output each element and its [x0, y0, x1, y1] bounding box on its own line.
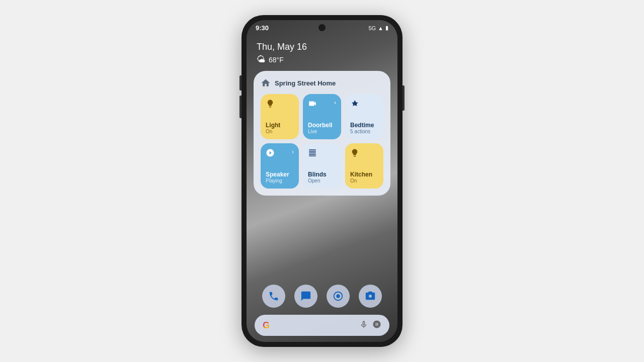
tile-speaker-status: Playing — [266, 178, 294, 184]
tile-doorbell-bottom: Doorbell Live — [308, 122, 336, 134]
tile-speaker-name: Speaker — [266, 171, 294, 178]
tile-kitchen-status: On — [350, 178, 378, 184]
tile-speaker-bottom: Speaker Playing — [266, 171, 294, 184]
doorbell-arrow: › — [334, 99, 336, 106]
google-g-logo: G — [263, 320, 270, 331]
power-button[interactable] — [403, 85, 405, 111]
doorbell-icon — [308, 99, 317, 111]
tile-light-status: On — [266, 129, 294, 134]
tile-bedtime[interactable]: Bedtime 5 actions — [345, 94, 383, 139]
tile-blinds-bottom: Blinds Open — [308, 171, 336, 184]
kitchen-icon — [350, 148, 378, 160]
dock-camera[interactable] — [359, 285, 382, 308]
tile-light[interactable]: Light On — [261, 94, 299, 139]
status-bar: 9:30 5G ▲ ▮ — [247, 20, 397, 34]
tile-blinds-name: Blinds — [308, 171, 336, 178]
phone-screen: 9:30 5G ▲ ▮ Thu, May 16 🌤 68°F Sp — [247, 20, 397, 342]
search-bar[interactable]: G — [255, 315, 389, 336]
tile-blinds[interactable]: Blinds Open — [303, 143, 341, 189]
widget-header: Spring Street Home — [261, 78, 383, 88]
light-icon — [266, 99, 294, 111]
dock-phone[interactable] — [262, 285, 285, 308]
tiles-grid: Light On › Doorbell — [261, 94, 383, 189]
camera-notch — [318, 24, 326, 31]
tile-kitchen-bottom: Kitchen On — [350, 171, 378, 184]
status-time: 9:30 — [256, 24, 269, 32]
bedtime-icon — [350, 99, 378, 111]
volume-up-button[interactable] — [239, 75, 242, 90]
weather-icon: 🌤 — [257, 54, 266, 65]
signal-icon: ▲ — [378, 25, 383, 31]
temperature-display: 68°F — [269, 56, 284, 64]
weather-row: 🌤 68°F — [257, 54, 387, 65]
speaker-icon — [266, 148, 275, 160]
tile-bedtime-status: 5 actions — [350, 129, 378, 134]
dock-icons — [247, 285, 397, 308]
tile-doorbell-name: Doorbell — [308, 122, 336, 129]
microphone-icon[interactable] — [359, 320, 368, 331]
battery-icon: ▮ — [385, 25, 388, 31]
lens-icon[interactable] — [372, 320, 381, 331]
tile-kitchen[interactable]: Kitchen On — [345, 143, 383, 189]
dock-messages[interactable] — [294, 285, 317, 308]
tile-bedtime-bottom: Bedtime 5 actions — [350, 122, 378, 134]
network-label: 5G — [368, 25, 376, 31]
tile-light-name: Light — [266, 122, 294, 129]
smart-home-widget: Spring Street Home Light On — [254, 71, 390, 196]
tile-light-bottom: Light On — [266, 122, 294, 134]
widget-title: Spring Street Home — [275, 79, 336, 87]
tile-speaker[interactable]: › Speaker Playing — [261, 143, 299, 189]
tile-doorbell-status: Live — [308, 129, 336, 134]
blinds-icon — [308, 148, 336, 160]
status-icons: 5G ▲ ▮ — [368, 25, 388, 31]
date-weather-section: Thu, May 16 🌤 68°F — [247, 34, 397, 71]
dock-chrome[interactable] — [327, 285, 350, 308]
tile-blinds-status: Open — [308, 178, 336, 184]
svg-point-0 — [336, 294, 340, 298]
tile-bedtime-name: Bedtime — [350, 122, 378, 129]
volume-down-button[interactable] — [239, 96, 242, 118]
phone-frame: 9:30 5G ▲ ▮ Thu, May 16 🌤 68°F Sp — [242, 15, 403, 347]
home-icon — [261, 78, 271, 88]
tile-doorbell[interactable]: › Doorbell Live — [303, 94, 341, 139]
date-display: Thu, May 16 — [257, 42, 387, 52]
bottom-area: G — [247, 196, 397, 342]
tile-kitchen-name: Kitchen — [350, 171, 378, 178]
speaker-arrow: › — [292, 148, 294, 155]
